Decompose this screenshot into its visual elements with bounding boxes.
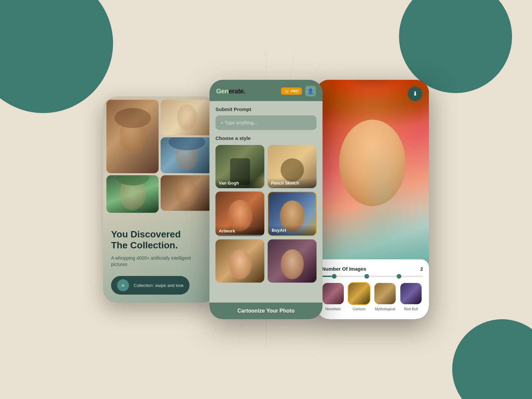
slider-dot-3	[397, 274, 401, 279]
download-button[interactable]: ⬇	[408, 86, 422, 101]
style-label: Choose a style	[215, 135, 317, 141]
panel-header: Number Of Images 2	[322, 266, 423, 272]
style-girl2[interactable]	[268, 239, 317, 283]
style-vangogh[interactable]: Van Gogh	[215, 145, 264, 188]
app-header: Generate. 👑 PRO 👤	[209, 80, 323, 101]
collection-button[interactable]: » Collection: swipe and look	[111, 276, 190, 295]
cartoonize-button-label: Cartoonize Your Photo	[237, 308, 295, 314]
thumb-cartoon-label: Cartoon	[352, 307, 365, 311]
app-logo: Generate.	[216, 87, 245, 95]
thumb-mythological-image	[374, 283, 396, 304]
style-boyart-label: BoyArt	[268, 225, 316, 235]
portrait-image-5	[161, 175, 213, 211]
portrait-image-1	[106, 100, 159, 173]
collection-title: You Discovered The Collection.	[111, 229, 208, 251]
cartoonize-footer[interactable]: Cartoonize Your Photo	[209, 303, 323, 319]
style-artwork-label: Artwork	[215, 226, 264, 236]
thumb-redbull[interactable]: Red Bull	[400, 282, 422, 311]
generated-portrait	[316, 80, 429, 273]
arrow-icon: »	[117, 279, 129, 291]
thumb-novelistic-label: Novelistic	[325, 307, 341, 311]
thumb-cartoon-image	[348, 283, 370, 304]
styles-grid: Van Gogh Pencil Sketch Artwork	[215, 145, 317, 283]
slider-dot-2	[364, 274, 369, 279]
download-icon: ⬇	[413, 90, 418, 97]
style-girl1-image	[215, 239, 264, 283]
collection-button-label: Collection: swipe and look	[134, 283, 184, 288]
prompt-placeholder: + Type anything...	[221, 120, 258, 125]
portrait-image-4	[106, 175, 159, 213]
phone-middle: Generate. 👑 PRO 👤 Submit Prompt + Type a…	[209, 80, 323, 319]
slider-fill	[322, 276, 332, 277]
app-body: Submit Prompt + Type anything... Choose …	[209, 101, 323, 288]
images-slider[interactable]	[322, 276, 423, 277]
slider-dot-1	[332, 274, 336, 279]
thumb-novelistic[interactable]: Novelistic	[322, 282, 344, 311]
thumb-redbull-label: Red Bull	[404, 307, 418, 311]
collection-subtitle: A whopping 4000+ artificially intelligen…	[111, 255, 208, 268]
prompt-input[interactable]: + Type anything...	[215, 115, 317, 130]
thumb-mythological-label: Mythological	[375, 307, 395, 311]
thumb-redbull-image	[400, 283, 422, 304]
portrait-image-2	[161, 100, 213, 135]
pro-badge: 👑 PRO	[281, 87, 302, 95]
style-boyart[interactable]: BoyArt	[268, 192, 317, 236]
style-artwork[interactable]: Artwork	[215, 192, 264, 236]
images-panel: Number Of Images 2 Novelistic	[316, 259, 429, 319]
style-thumbnails-row: Novelistic Cartoon Mythological	[322, 282, 423, 311]
thumb-mythological[interactable]: Mythological	[374, 282, 396, 311]
logo-text-erate: erate.	[228, 87, 245, 95]
crown-icon: 👑	[284, 89, 289, 93]
header-actions: 👑 PRO 👤	[281, 86, 316, 96]
style-girl1[interactable]	[215, 239, 264, 283]
portrait-image-3	[161, 137, 213, 173]
thumb-novelistic-image	[323, 283, 344, 304]
panel-count: 2	[420, 266, 423, 272]
style-girl2-image	[268, 239, 317, 283]
pro-label: PRO	[291, 89, 299, 93]
user-icon: 👤	[307, 88, 314, 94]
prompt-label: Submit Prompt	[215, 106, 317, 112]
phone-left-content: You Discovered The Collection. A whoppin…	[103, 222, 216, 303]
thumb-cartoon[interactable]: Cartoon	[348, 282, 370, 311]
phones-container: You Discovered The Collection. A whoppin…	[0, 0, 532, 399]
phone-left: You Discovered The Collection. A whoppin…	[103, 96, 216, 303]
style-pencil-label: Pencil Sketch	[268, 178, 317, 188]
logo-text-gen: Gen	[216, 87, 228, 95]
panel-title: Number Of Images	[322, 266, 366, 272]
photo-collage	[103, 96, 216, 216]
phone-right: ⬇ Number Of Images 2 Novelistic	[316, 80, 429, 319]
style-vangogh-label: Van Gogh	[215, 178, 264, 188]
style-pencil[interactable]: Pencil Sketch	[268, 145, 317, 188]
avatar-button[interactable]: 👤	[305, 86, 316, 96]
